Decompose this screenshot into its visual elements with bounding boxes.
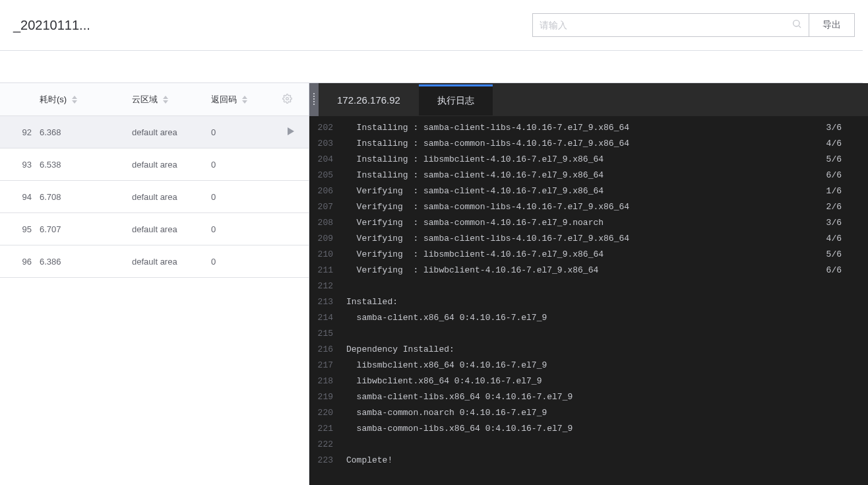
col-header-settings[interactable] <box>270 94 303 106</box>
table-row[interactable]: 926.368default area0 <box>0 116 309 148</box>
play-icon[interactable] <box>288 127 294 137</box>
sort-icon[interactable] <box>163 96 168 104</box>
line-progress: 2/6 <box>826 199 868 215</box>
line-number: 219 <box>309 389 346 405</box>
line-number: 216 <box>309 342 346 358</box>
cell-id: 93 <box>0 160 40 170</box>
line-text: libsmbclient.x86_64 0:4.10.16-7.el7_9 <box>346 358 868 373</box>
search-box[interactable] <box>532 13 809 37</box>
line-progress: 5/6 <box>826 152 868 168</box>
log-line: 222 <box>309 437 868 453</box>
line-number: 214 <box>309 310 346 326</box>
line-text: samba-client.x86_64 0:4.10.16-7.el7_9 <box>346 310 868 326</box>
line-text: Installing : samba-client-libs-4.10.16-7… <box>346 120 826 136</box>
log-line: 214 samba-client.x86_64 0:4.10.16-7.el7_… <box>309 310 868 326</box>
log-line: 219 samba-client-libs.x86_64 0:4.10.16-7… <box>309 389 868 405</box>
line-text: samba-client-libs.x86_64 0:4.10.16-7.el7… <box>346 389 868 405</box>
cell-id: 96 <box>0 257 40 267</box>
line-text <box>346 278 868 294</box>
sort-icon[interactable] <box>72 96 77 104</box>
table-row[interactable]: 956.707default area0 <box>0 213 309 245</box>
line-progress: 6/6 <box>826 263 868 278</box>
drag-handle-icon[interactable] <box>309 83 319 116</box>
line-number: 204 <box>309 152 346 168</box>
cell-id: 92 <box>0 127 40 137</box>
col-header-area[interactable]: 云区域 <box>132 94 211 106</box>
line-text: samba-common-libs.x86_64 0:4.10.16-7.el7… <box>346 421 868 437</box>
line-text: Verifying : samba-common-libs-4.10.16-7.… <box>346 199 826 215</box>
cell-time: 6.708 <box>40 192 132 202</box>
cell-area: default area <box>132 127 211 137</box>
line-text: Verifying : libsmbclient-4.10.16-7.el7_9… <box>346 247 826 263</box>
line-number: 221 <box>309 421 346 437</box>
tab-execution-log[interactable]: 执行日志 <box>419 84 493 115</box>
log-line: 217 libsmbclient.x86_64 0:4.10.16-7.el7_… <box>309 358 868 373</box>
cell-time: 6.368 <box>40 127 132 137</box>
line-number: 208 <box>309 215 346 231</box>
line-number: 202 <box>309 120 346 136</box>
cell-area: default area <box>132 160 211 170</box>
line-progress: 4/6 <box>826 231 868 247</box>
line-number: 203 <box>309 136 346 152</box>
line-progress: 3/6 <box>826 215 868 231</box>
line-text: Complete! <box>346 453 868 469</box>
line-text: libwbclient.x86_64 0:4.10.16-7.el7_9 <box>346 373 868 389</box>
cell-code: 0 <box>211 127 270 137</box>
line-number: 222 <box>309 437 346 453</box>
tab-ip[interactable]: 172.26.176.92 <box>319 83 419 116</box>
line-number: 213 <box>309 294 346 310</box>
log-line: 211 Verifying : libwbclient-4.10.16-7.el… <box>309 263 868 278</box>
log-line: 212 <box>309 278 868 294</box>
log-line: 216Dependency Installed: <box>309 342 868 358</box>
line-text <box>346 326 868 342</box>
line-number: 209 <box>309 231 346 247</box>
sort-icon[interactable] <box>242 96 247 104</box>
log-line: 223Complete! <box>309 453 868 469</box>
cell-area: default area <box>132 192 211 202</box>
line-progress: 3/6 <box>826 120 868 136</box>
header: _20210111... 导出 <box>0 0 868 50</box>
table-row[interactable]: 946.708default area0 <box>0 181 309 213</box>
cell-code: 0 <box>211 257 270 267</box>
log-line: 208 Verifying : samba-common-4.10.16-7.e… <box>309 215 868 231</box>
search-input[interactable] <box>540 20 791 30</box>
table-row[interactable]: 966.386default area0 <box>0 245 309 278</box>
cell-time: 6.386 <box>40 257 132 267</box>
log-content[interactable]: 202 Installing : samba-client-libs-4.10.… <box>309 116 868 485</box>
line-text: Installed: <box>346 294 868 310</box>
log-line: 215 <box>309 326 868 342</box>
log-line: 204 Installing : libsmbclient-4.10.16-7.… <box>309 152 868 168</box>
line-number: 215 <box>309 326 346 342</box>
main-content: 耗时(s) 云区域 返回码 <box>0 83 868 485</box>
line-number: 207 <box>309 199 346 215</box>
log-panel: 172.26.176.92 执行日志 202 Installing : samb… <box>309 83 868 485</box>
cell-code: 0 <box>211 192 270 202</box>
svg-line-1 <box>799 26 801 28</box>
line-text: Verifying : libwbclient-4.10.16-7.el7_9.… <box>346 263 826 278</box>
log-line: 221 samba-common-libs.x86_64 0:4.10.16-7… <box>309 421 868 437</box>
col-header-code[interactable]: 返回码 <box>211 94 270 106</box>
line-text: Installing : libsmbclient-4.10.16-7.el7_… <box>346 152 826 168</box>
cell-code: 0 <box>211 224 270 234</box>
cell-time: 6.707 <box>40 224 132 234</box>
search-icon[interactable] <box>791 18 802 32</box>
left-panel: 耗时(s) 云区域 返回码 <box>0 83 309 485</box>
gear-icon[interactable] <box>282 96 292 106</box>
log-line: 206 Verifying : samba-client-4.10.16-7.e… <box>309 183 868 199</box>
line-number: 212 <box>309 278 346 294</box>
line-number: 210 <box>309 247 346 263</box>
line-number: 223 <box>309 453 346 469</box>
log-line: 218 libwbclient.x86_64 0:4.10.16-7.el7_9 <box>309 373 868 389</box>
cell-id: 94 <box>0 192 40 202</box>
log-line: 207 Verifying : samba-common-libs-4.10.1… <box>309 199 868 215</box>
col-header-time[interactable]: 耗时(s) <box>40 94 132 106</box>
table-row[interactable]: 936.538default area0 <box>0 148 309 181</box>
export-button[interactable]: 导出 <box>809 13 855 37</box>
line-text: Installing : samba-common-libs-4.10.16-7… <box>346 136 826 152</box>
line-text: Verifying : samba-common-4.10.16-7.el7_9… <box>346 215 826 231</box>
line-number: 220 <box>309 405 346 421</box>
line-text: Installing : samba-client-4.10.16-7.el7_… <box>346 168 826 183</box>
line-text: samba-common.noarch 0:4.10.16-7.el7_9 <box>346 405 868 421</box>
log-line: 210 Verifying : libsmbclient-4.10.16-7.e… <box>309 247 868 263</box>
cell-time: 6.538 <box>40 160 132 170</box>
